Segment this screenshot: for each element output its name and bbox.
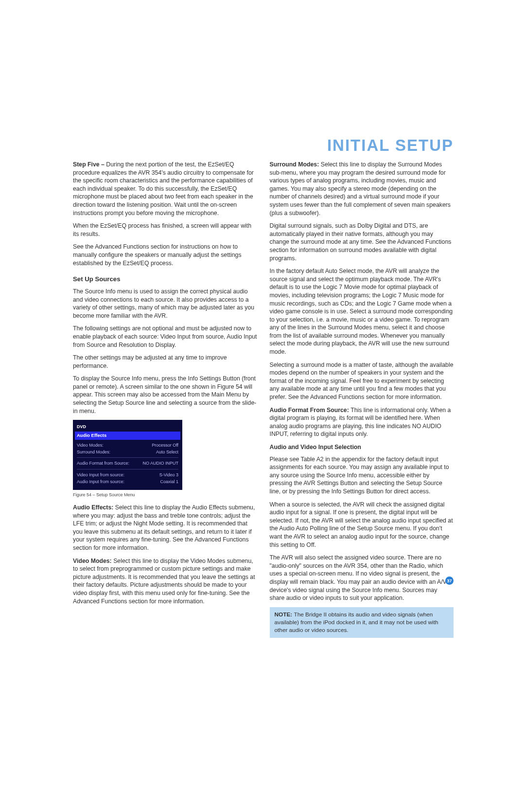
- paragraph: In the factory default Auto Select mode,…: [270, 267, 454, 356]
- paragraph: Step Five – During the next portion of t…: [73, 161, 257, 217]
- left-column: Step Five – During the next portion of t…: [73, 161, 257, 638]
- paragraph: The Source Info menu is used to assign t…: [73, 288, 257, 320]
- page-number-badge: 37: [445, 577, 454, 585]
- paragraph: Digital surround signals, such as Dolby …: [270, 222, 454, 262]
- figure-row: Video Input from source: S-Video 3: [77, 471, 178, 478]
- figure-row-label: Surround Modes:: [77, 449, 110, 455]
- figure-title: DVD: [77, 423, 178, 432]
- figure-section-bar: Audio Effects: [75, 432, 180, 440]
- paragraph: The AVR will also select the assigned vi…: [270, 554, 454, 602]
- figure-caption: Figure 54 – Setup Source Menu: [73, 492, 257, 498]
- paragraph: When a source is selected, the AVR will …: [270, 501, 454, 549]
- paragraph-text: Select this line to display the Video Mo…: [73, 558, 255, 605]
- paragraph: Audio Effects: Select this line to displ…: [73, 504, 257, 552]
- run-in-label: Surround Modes:: [270, 161, 321, 168]
- figure-row-value: NO AUDIO INPUT: [142, 460, 178, 466]
- run-in-label: Audio Format From Source:: [270, 407, 351, 414]
- figure-row-label: Audio Format from Source:: [77, 460, 129, 466]
- paragraph: Audio Format From Source: This line is i…: [270, 406, 454, 438]
- note-box: NOTE: The Bridge II obtains its audio an…: [270, 607, 454, 638]
- figure-row-value: Auto Select: [156, 449, 178, 455]
- paragraph-text: Select this line to display the Surround…: [270, 161, 451, 217]
- right-column: Surround Modes: Select this line to disp…: [270, 161, 454, 638]
- figure-row: Video Modes: Processor Off: [77, 442, 178, 449]
- paragraph: The other settings may be adjusted at an…: [73, 354, 257, 370]
- figure-row-label: Video Input from source:: [77, 472, 124, 478]
- figure-divider: [77, 457, 178, 458]
- paragraph: When the EzSet/EQ process has finished, …: [73, 222, 257, 238]
- figure-row-label: Video Modes:: [77, 442, 104, 448]
- paragraph: Surround Modes: Select this line to disp…: [270, 161, 454, 217]
- run-in-label: Step Five –: [73, 161, 106, 168]
- figure-row-label: Audio Input from source:: [77, 479, 124, 485]
- paragraph: Please see Table A2 in the appendix for …: [270, 455, 454, 496]
- section-heading: Set Up Sources: [73, 275, 257, 284]
- paragraph: Selecting a surround mode is a matter of…: [270, 361, 454, 401]
- paragraph: Video Modes: Select this line to display…: [73, 557, 257, 606]
- manual-page: INITIAL SETUP Step Five – During the nex…: [0, 0, 525, 812]
- paragraph-text: Select this line to display the Audio Ef…: [73, 504, 255, 551]
- run-in-label: Video Modes:: [73, 558, 113, 564]
- sub-heading: Audio and Video Input Selection: [270, 443, 454, 451]
- figure-setup-source-menu: DVD Audio Effects Video Modes: Processor…: [73, 420, 182, 490]
- body-columns: Step Five – During the next portion of t…: [73, 161, 454, 638]
- run-in-label: Audio Effects:: [73, 504, 115, 511]
- figure-row-value: Coaxial 1: [160, 479, 178, 485]
- page-title: INITIAL SETUP: [327, 136, 454, 155]
- figure-row: Audio Input from source: Coaxial 1: [77, 478, 178, 485]
- note-text: The Bridge II obtains its audio and vide…: [275, 611, 438, 633]
- figure-divider: [77, 469, 178, 469]
- paragraph: See the Advanced Functions section for i…: [73, 243, 257, 267]
- paragraph-text: During the next portion of the test, the…: [73, 161, 254, 217]
- note-label: NOTE:: [275, 611, 294, 618]
- figure-row-value: Processor Off: [152, 442, 178, 448]
- figure-row: Surround Modes: Auto Select: [77, 449, 178, 455]
- figure-row-value: S-Video 3: [159, 472, 178, 478]
- figure-row: Audio Format from Source: NO AUDIO INPUT: [77, 460, 178, 467]
- paragraph: The following settings are not optional …: [73, 325, 257, 349]
- paragraph: To display the Source Info menu, press t…: [73, 375, 257, 415]
